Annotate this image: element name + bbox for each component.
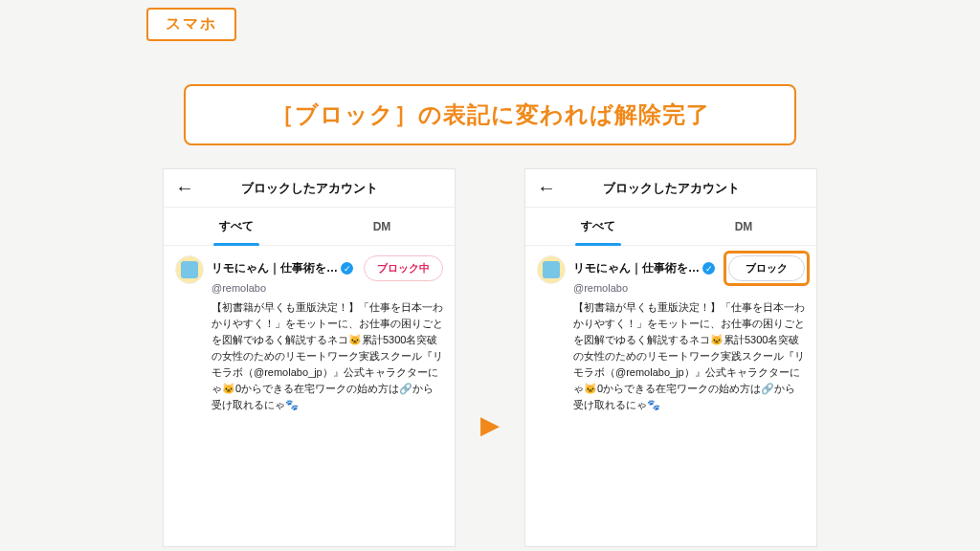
tabs: すべて DM [525, 208, 816, 246]
instruction-text: ［ブロック］の表記に変われば解除完了 [271, 101, 710, 127]
tab-all[interactable]: すべて [525, 208, 671, 245]
account-handle: @remolabo [212, 282, 443, 294]
account-name: リモにゃん｜仕事術を… [212, 260, 338, 276]
verified-badge-icon: ✓ [341, 262, 353, 275]
block-status-button[interactable]: ブロック中 [364, 255, 443, 281]
instruction-callout: ［ブロック］の表記に変われば解除完了 [184, 84, 796, 145]
phone-left: ← ブロックしたアカウント すべて DM リモにゃん｜仕事術を… ✓ ブロック中… [163, 168, 456, 547]
screen-title: ブロックしたアカウント [525, 180, 816, 197]
account-row: リモにゃん｜仕事術を… ✓ ブロック中 @remolabo [164, 246, 455, 299]
account-main: リモにゃん｜仕事術を… ✓ ブロック中 @remolabo [212, 255, 443, 294]
arrow-icon: ▶ [480, 410, 500, 440]
tab-dm[interactable]: DM [309, 208, 455, 245]
block-button[interactable]: ブロック [728, 255, 805, 281]
tab-all[interactable]: すべて [164, 208, 309, 245]
avatar[interactable] [537, 255, 566, 284]
account-line1: リモにゃん｜仕事術を… ✓ ブロック中 [212, 255, 443, 281]
name-wrap: リモにゃん｜仕事術を… ✓ [573, 260, 715, 276]
name-wrap: リモにゃん｜仕事術を… ✓ [212, 260, 353, 276]
phone-right: ← ブロックしたアカウント すべて DM リモにゃん｜仕事術を… ✓ ブロック [524, 168, 817, 547]
block-button-wrap: ブロック [728, 255, 805, 281]
screen-title: ブロックしたアカウント [164, 180, 455, 197]
account-name: リモにゃん｜仕事術を… [573, 260, 700, 276]
back-icon[interactable]: ← [537, 177, 556, 199]
phones-row: ← ブロックしたアカウント すべて DM リモにゃん｜仕事術を… ✓ ブロック中… [0, 168, 980, 547]
account-handle: @remolabo [573, 282, 805, 294]
account-line1: リモにゃん｜仕事術を… ✓ ブロック [573, 255, 805, 281]
phone-header: ← ブロックしたアカウント [164, 169, 455, 208]
account-row: リモにゃん｜仕事術を… ✓ ブロック @remolabo [525, 246, 816, 299]
account-main: リモにゃん｜仕事術を… ✓ ブロック @remolabo [573, 255, 805, 294]
phone-header: ← ブロックしたアカウント [525, 169, 816, 208]
back-icon[interactable]: ← [175, 177, 194, 199]
platform-tag: スマホ [146, 8, 236, 41]
tabs: すべて DM [164, 208, 455, 246]
account-bio: 【初書籍が早くも重版決定！】「仕事を日本一わかりやすく！」をモットーに、お仕事の… [525, 299, 816, 423]
avatar[interactable] [175, 255, 204, 284]
tab-dm[interactable]: DM [671, 208, 816, 245]
account-bio: 【初書籍が早くも重版決定！】「仕事を日本一わかりやすく！」をモットーに、お仕事の… [164, 299, 455, 423]
verified-badge-icon: ✓ [702, 262, 715, 275]
